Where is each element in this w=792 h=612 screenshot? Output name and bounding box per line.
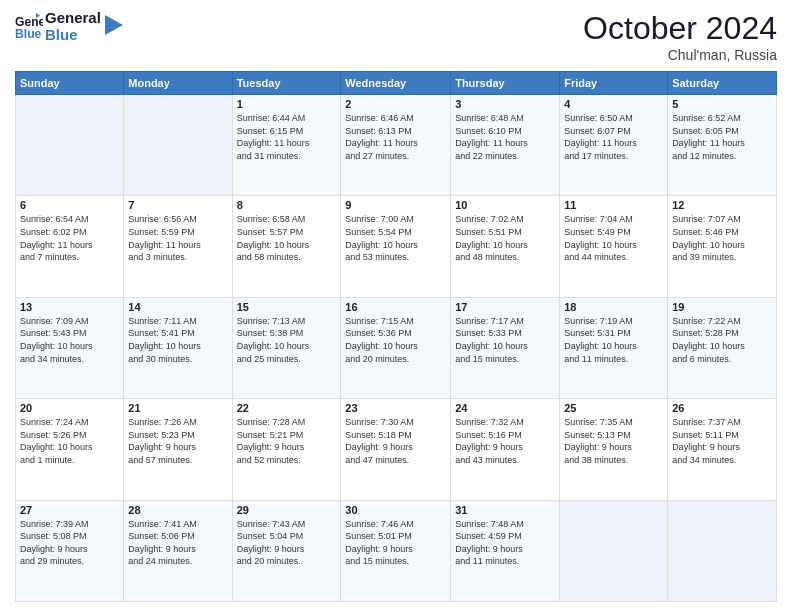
day-detail: Sunrise: 7:28 AM Sunset: 5:21 PM Dayligh… [237, 416, 337, 466]
page: General Blue General Blue October 2024 C… [0, 0, 792, 612]
day-number: 15 [237, 301, 337, 313]
calendar-cell: 13Sunrise: 7:09 AM Sunset: 5:43 PM Dayli… [16, 297, 124, 398]
logo-blue: Blue [45, 27, 101, 44]
day-number: 14 [128, 301, 227, 313]
calendar-cell: 17Sunrise: 7:17 AM Sunset: 5:33 PM Dayli… [451, 297, 560, 398]
day-number: 23 [345, 402, 446, 414]
day-number: 28 [128, 504, 227, 516]
calendar-cell [124, 95, 232, 196]
calendar-cell: 25Sunrise: 7:35 AM Sunset: 5:13 PM Dayli… [560, 399, 668, 500]
day-number: 4 [564, 98, 663, 110]
day-detail: Sunrise: 7:41 AM Sunset: 5:06 PM Dayligh… [128, 518, 227, 568]
day-detail: Sunrise: 6:44 AM Sunset: 6:15 PM Dayligh… [237, 112, 337, 162]
day-number: 19 [672, 301, 772, 313]
calendar-cell: 7Sunrise: 6:56 AM Sunset: 5:59 PM Daylig… [124, 196, 232, 297]
day-detail: Sunrise: 6:52 AM Sunset: 6:05 PM Dayligh… [672, 112, 772, 162]
calendar-cell [16, 95, 124, 196]
day-number: 24 [455, 402, 555, 414]
calendar-cell: 19Sunrise: 7:22 AM Sunset: 5:28 PM Dayli… [668, 297, 777, 398]
calendar-cell: 29Sunrise: 7:43 AM Sunset: 5:04 PM Dayli… [232, 500, 341, 601]
title-block: October 2024 Chul'man, Russia [583, 10, 777, 63]
day-detail: Sunrise: 6:56 AM Sunset: 5:59 PM Dayligh… [128, 213, 227, 263]
day-number: 21 [128, 402, 227, 414]
days-header-row: SundayMondayTuesdayWednesdayThursdayFrid… [16, 72, 777, 95]
day-header-saturday: Saturday [668, 72, 777, 95]
day-detail: Sunrise: 6:50 AM Sunset: 6:07 PM Dayligh… [564, 112, 663, 162]
calendar-cell: 11Sunrise: 7:04 AM Sunset: 5:49 PM Dayli… [560, 196, 668, 297]
day-number: 26 [672, 402, 772, 414]
calendar-cell: 28Sunrise: 7:41 AM Sunset: 5:06 PM Dayli… [124, 500, 232, 601]
calendar-cell: 14Sunrise: 7:11 AM Sunset: 5:41 PM Dayli… [124, 297, 232, 398]
day-number: 1 [237, 98, 337, 110]
day-number: 12 [672, 199, 772, 211]
day-header-monday: Monday [124, 72, 232, 95]
calendar-cell: 8Sunrise: 6:58 AM Sunset: 5:57 PM Daylig… [232, 196, 341, 297]
day-detail: Sunrise: 7:09 AM Sunset: 5:43 PM Dayligh… [20, 315, 119, 365]
calendar-cell: 1Sunrise: 6:44 AM Sunset: 6:15 PM Daylig… [232, 95, 341, 196]
location-title: Chul'man, Russia [583, 47, 777, 63]
day-detail: Sunrise: 7:35 AM Sunset: 5:13 PM Dayligh… [564, 416, 663, 466]
day-detail: Sunrise: 7:19 AM Sunset: 5:31 PM Dayligh… [564, 315, 663, 365]
day-number: 13 [20, 301, 119, 313]
day-detail: Sunrise: 7:15 AM Sunset: 5:36 PM Dayligh… [345, 315, 446, 365]
day-header-sunday: Sunday [16, 72, 124, 95]
day-detail: Sunrise: 7:07 AM Sunset: 5:46 PM Dayligh… [672, 213, 772, 263]
calendar-cell: 3Sunrise: 6:48 AM Sunset: 6:10 PM Daylig… [451, 95, 560, 196]
day-number: 11 [564, 199, 663, 211]
day-detail: Sunrise: 7:24 AM Sunset: 5:26 PM Dayligh… [20, 416, 119, 466]
day-header-thursday: Thursday [451, 72, 560, 95]
day-number: 30 [345, 504, 446, 516]
day-number: 2 [345, 98, 446, 110]
day-number: 7 [128, 199, 227, 211]
day-detail: Sunrise: 7:48 AM Sunset: 4:59 PM Dayligh… [455, 518, 555, 568]
day-detail: Sunrise: 7:43 AM Sunset: 5:04 PM Dayligh… [237, 518, 337, 568]
calendar-cell [560, 500, 668, 601]
day-detail: Sunrise: 6:46 AM Sunset: 6:13 PM Dayligh… [345, 112, 446, 162]
calendar-cell: 27Sunrise: 7:39 AM Sunset: 5:08 PM Dayli… [16, 500, 124, 601]
calendar-cell: 10Sunrise: 7:02 AM Sunset: 5:51 PM Dayli… [451, 196, 560, 297]
calendar-cell: 6Sunrise: 6:54 AM Sunset: 6:02 PM Daylig… [16, 196, 124, 297]
day-header-wednesday: Wednesday [341, 72, 451, 95]
day-detail: Sunrise: 7:11 AM Sunset: 5:41 PM Dayligh… [128, 315, 227, 365]
day-detail: Sunrise: 7:26 AM Sunset: 5:23 PM Dayligh… [128, 416, 227, 466]
calendar-cell: 12Sunrise: 7:07 AM Sunset: 5:46 PM Dayli… [668, 196, 777, 297]
calendar-cell: 9Sunrise: 7:00 AM Sunset: 5:54 PM Daylig… [341, 196, 451, 297]
calendar-cell: 16Sunrise: 7:15 AM Sunset: 5:36 PM Dayli… [341, 297, 451, 398]
calendar-cell: 20Sunrise: 7:24 AM Sunset: 5:26 PM Dayli… [16, 399, 124, 500]
day-number: 3 [455, 98, 555, 110]
day-number: 9 [345, 199, 446, 211]
svg-text:Blue: Blue [15, 27, 42, 41]
logo-arrow-icon [105, 15, 123, 35]
day-detail: Sunrise: 7:17 AM Sunset: 5:33 PM Dayligh… [455, 315, 555, 365]
calendar-cell [668, 500, 777, 601]
day-number: 6 [20, 199, 119, 211]
day-detail: Sunrise: 7:13 AM Sunset: 5:38 PM Dayligh… [237, 315, 337, 365]
day-detail: Sunrise: 7:02 AM Sunset: 5:51 PM Dayligh… [455, 213, 555, 263]
calendar-cell: 21Sunrise: 7:26 AM Sunset: 5:23 PM Dayli… [124, 399, 232, 500]
day-number: 20 [20, 402, 119, 414]
day-detail: Sunrise: 7:37 AM Sunset: 5:11 PM Dayligh… [672, 416, 772, 466]
month-title: October 2024 [583, 10, 777, 47]
calendar-cell: 2Sunrise: 6:46 AM Sunset: 6:13 PM Daylig… [341, 95, 451, 196]
day-number: 29 [237, 504, 337, 516]
day-detail: Sunrise: 7:30 AM Sunset: 5:18 PM Dayligh… [345, 416, 446, 466]
day-number: 16 [345, 301, 446, 313]
svg-marker-3 [105, 15, 123, 35]
day-detail: Sunrise: 6:48 AM Sunset: 6:10 PM Dayligh… [455, 112, 555, 162]
calendar-body: 1Sunrise: 6:44 AM Sunset: 6:15 PM Daylig… [16, 95, 777, 602]
calendar-header: SundayMondayTuesdayWednesdayThursdayFrid… [16, 72, 777, 95]
logo: General Blue General Blue [15, 10, 123, 43]
calendar: SundayMondayTuesdayWednesdayThursdayFrid… [15, 71, 777, 602]
day-detail: Sunrise: 6:54 AM Sunset: 6:02 PM Dayligh… [20, 213, 119, 263]
calendar-cell: 23Sunrise: 7:30 AM Sunset: 5:18 PM Dayli… [341, 399, 451, 500]
calendar-cell: 18Sunrise: 7:19 AM Sunset: 5:31 PM Dayli… [560, 297, 668, 398]
day-detail: Sunrise: 6:58 AM Sunset: 5:57 PM Dayligh… [237, 213, 337, 263]
calendar-cell: 30Sunrise: 7:46 AM Sunset: 5:01 PM Dayli… [341, 500, 451, 601]
logo-general: General [45, 10, 101, 27]
day-number: 22 [237, 402, 337, 414]
calendar-cell: 22Sunrise: 7:28 AM Sunset: 5:21 PM Dayli… [232, 399, 341, 500]
day-number: 27 [20, 504, 119, 516]
header: General Blue General Blue October 2024 C… [15, 10, 777, 63]
calendar-week-1: 1Sunrise: 6:44 AM Sunset: 6:15 PM Daylig… [16, 95, 777, 196]
calendar-week-2: 6Sunrise: 6:54 AM Sunset: 6:02 PM Daylig… [16, 196, 777, 297]
